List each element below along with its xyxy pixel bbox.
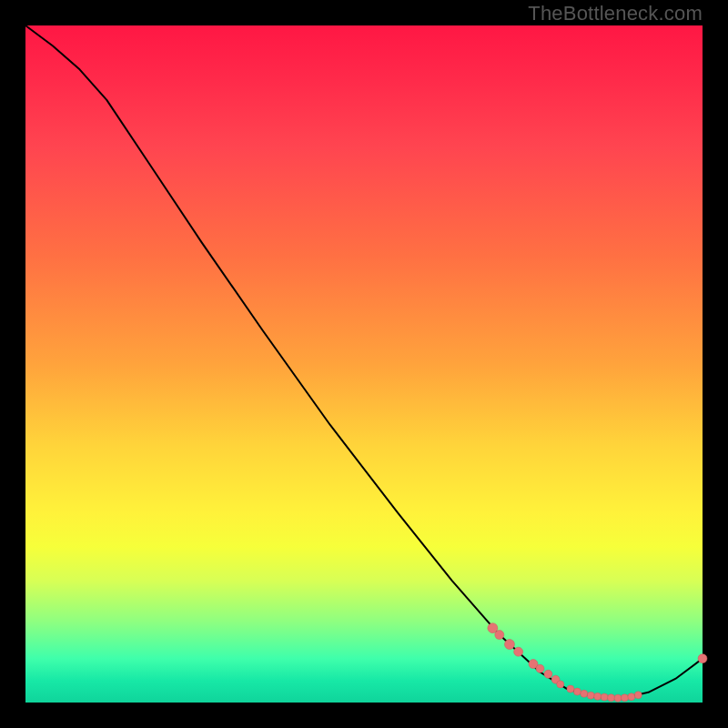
data-point [544, 670, 552, 678]
curve-layer [25, 25, 703, 703]
data-point [621, 694, 628, 702]
data-point [504, 640, 514, 650]
bottleneck-curve [25, 25, 703, 699]
data-point [634, 692, 642, 699]
data-point [628, 693, 635, 701]
data-point [601, 693, 608, 701]
data-point [608, 694, 615, 702]
data-point [587, 692, 594, 699]
data-point [495, 631, 504, 640]
chart-frame: TheBottleneck.com [0, 0, 728, 728]
data-point [567, 685, 574, 693]
data-point [614, 694, 622, 702]
data-point [698, 654, 707, 663]
data-point [573, 688, 581, 695]
data-point [514, 647, 523, 656]
data-point [536, 664, 544, 672]
data-point [557, 681, 564, 688]
watermark-text: TheBottleneck.com [528, 2, 703, 25]
data-point [581, 690, 588, 697]
plot-area [25, 25, 703, 703]
data-points [488, 623, 707, 703]
data-point [594, 693, 602, 700]
